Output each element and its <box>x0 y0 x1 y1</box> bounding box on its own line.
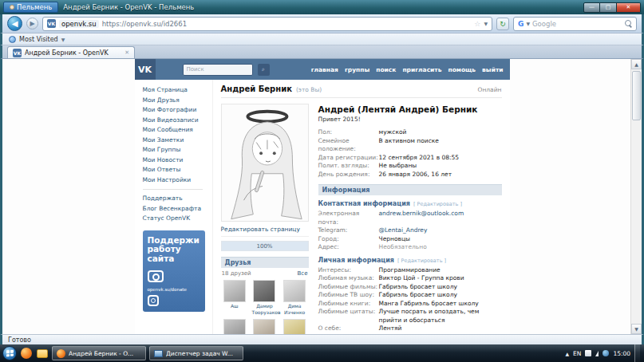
tab-close-icon[interactable]: ✕ <box>124 49 129 56</box>
network-icon[interactable] <box>595 351 599 356</box>
info-section-header: Информация <box>318 184 502 195</box>
start-button[interactable] <box>2 346 17 360</box>
sidebar-item-my-page[interactable]: Моя Страница <box>143 85 209 96</box>
maximize-button[interactable]: ▢ <box>600 2 617 13</box>
profile-avatar[interactable] <box>221 104 309 222</box>
site-header: VK ⌕ главная группы поиск пригласить пом… <box>135 59 510 80</box>
personal-row: Любимые ТВ шоу:Габриэль бросает школу <box>318 291 502 300</box>
friend-item[interactable]: Дима Изченко <box>281 280 309 315</box>
sidebar-item-my-notes[interactable]: Мои Заметки <box>143 136 209 146</box>
reload-button[interactable]: ↻ <box>496 18 509 30</box>
search-icon[interactable] <box>625 20 632 27</box>
sidebar-item-support[interactable]: Поддержать <box>143 194 209 204</box>
nav-logout[interactable]: выйти <box>482 66 503 73</box>
profile-page: Андрей Берник (это Вы) Онлайн <box>212 80 510 334</box>
sidebar-item-status[interactable]: Статус OpenVK <box>143 214 209 224</box>
sidebar-item-my-videos[interactable]: Мои Видеозаписи <box>143 116 209 126</box>
url-dropdown-icon[interactable]: ▼ <box>484 21 488 26</box>
friend-name[interactable]: Дамир Тоорузаков <box>251 303 277 315</box>
bookmark-star-icon[interactable]: ☆ <box>474 20 480 28</box>
friend-item[interactable]: Аш <box>221 280 249 315</box>
back-button[interactable]: ◀ <box>7 16 22 31</box>
bookmarks-dropdown-icon[interactable]: ▼ <box>61 37 65 42</box>
friend-avatar[interactable] <box>253 280 275 302</box>
scrollbar-thumb[interactable] <box>632 71 641 120</box>
system-tray: ▲ EN 15:00 <box>565 344 642 362</box>
nav-groups[interactable]: группы <box>345 66 369 73</box>
sidebar-item-my-photos[interactable]: Мои Фотографии <box>143 105 209 116</box>
sidebar-item-my-news[interactable]: Мои Новости <box>143 155 209 166</box>
email-link[interactable]: andrew.bernik@outlook.com <box>379 210 464 226</box>
windows-flag-icon <box>6 350 14 357</box>
tray-expand-icon[interactable]: ▲ <box>565 351 569 356</box>
personal-edit-link[interactable]: [ Редактировать ] <box>397 258 446 264</box>
nav-invite[interactable]: пригласить <box>402 66 441 73</box>
scroll-down-arrow[interactable]: ▼ <box>631 324 642 334</box>
update-icon[interactable] <box>603 350 609 356</box>
donate-banner[interactable]: Поддержи работу сайта openvk.su/donate <box>143 230 205 312</box>
google-icon: G <box>518 20 523 28</box>
site-search-input[interactable] <box>187 66 249 73</box>
sidebar-item-my-answers[interactable]: Мои Ответы <box>143 165 209 175</box>
sidebar-item-my-friends[interactable]: Мои Друзья <box>143 96 209 106</box>
friend-avatar[interactable] <box>283 280 306 302</box>
nav-home[interactable]: главная <box>311 66 338 73</box>
quicklaunch-firefox[interactable] <box>20 347 33 360</box>
friend-name[interactable]: Дима Изченко <box>282 303 307 315</box>
edit-page-link[interactable]: Редактировать страницу <box>221 222 309 237</box>
bookmarks-item[interactable]: Most Visited <box>19 36 58 43</box>
show-desktop-button[interactable] <box>634 344 640 362</box>
quicklaunch-explorer[interactable] <box>36 347 49 360</box>
friend-avatar[interactable] <box>223 280 246 302</box>
forward-button[interactable]: ▶ <box>26 18 38 30</box>
firefox-icon <box>21 348 32 359</box>
sidebar-item-my-groups[interactable]: Мои Группы <box>143 145 209 155</box>
friends-all-link[interactable]: Все <box>298 270 308 277</box>
sidebar-item-my-messages[interactable]: Мои Сообщения <box>143 125 209 136</box>
browser-search-input[interactable] <box>532 20 622 28</box>
window-badge[interactable]: Пельмень <box>3 2 58 13</box>
contact-edit-link[interactable]: [ Редактировать ] <box>413 201 462 207</box>
vk-logo[interactable]: VK <box>135 59 156 80</box>
friend-avatar[interactable] <box>253 319 275 334</box>
nav-help[interactable]: помощь <box>448 66 476 73</box>
sidebar-item-blog[interactable]: Блог Весенкрафта <box>143 204 209 214</box>
language-indicator[interactable]: EN <box>573 350 581 357</box>
browser-tab[interactable]: VK Андрей Берник - OpenVK ✕ <box>7 46 135 58</box>
url-domain: openvk.su <box>59 20 99 28</box>
vertical-scrollbar[interactable]: ▲ ▼ <box>630 59 642 334</box>
site-search-box[interactable] <box>183 64 253 76</box>
address-bar[interactable]: VK openvk.su https://openvk.su/id2661 ☆ … <box>42 17 492 31</box>
friend-avatar[interactable] <box>283 319 306 334</box>
search-bar[interactable]: G ▼ <box>513 17 637 31</box>
scroll-up-arrow[interactable]: ▲ <box>631 59 642 69</box>
profile-status[interactable]: Привет 2015! <box>318 116 502 128</box>
action-center-icon[interactable] <box>585 350 591 356</box>
minimize-button[interactable]: — <box>583 2 600 13</box>
friend-name[interactable]: Аш <box>231 303 239 309</box>
site-favicon: VK <box>47 19 56 28</box>
taskbar-task-taskmgr[interactable]: Диспетчер задач W... <box>149 346 243 360</box>
friends-header: Друзья <box>221 257 309 268</box>
sidebar-item-my-settings[interactable]: Мои Настройки <box>143 175 209 186</box>
nav-search[interactable]: поиск <box>376 66 396 73</box>
taskbar: Андрей Берник - О... Диспетчер задач W..… <box>0 344 644 362</box>
desktop-screen: Пельмень Андрей Берник - OpenVK - Пельме… <box>0 0 644 362</box>
contact-row: Электронная почта:andrew.bernik@outlook.… <box>318 210 502 226</box>
friend-item[interactable]: Даша Забиванкажа <box>251 319 279 334</box>
close-button[interactable]: ✕ <box>617 2 641 13</box>
friend-item[interactable]: Дамир Тоорузаков <box>251 280 279 315</box>
search-engine-dropdown-icon[interactable]: ▼ <box>526 21 530 26</box>
personal-info-header: Личная информация [ Редактировать ] <box>318 257 502 264</box>
window-title: Андрей Берник - OpenVK - Пельмень <box>63 3 579 11</box>
friend-item[interactable]: Vladimir Boyko <box>221 319 249 334</box>
friend-avatar[interactable] <box>223 319 246 334</box>
clock[interactable]: 15:00 <box>613 350 630 357</box>
scrollbar-track[interactable] <box>631 69 642 324</box>
avatar-artwork <box>222 104 308 221</box>
friend-item[interactable]: Даниил <box>281 319 309 334</box>
taskbar-task-firefox[interactable]: Андрей Берник - О... <box>52 346 146 360</box>
personal-row: Любимые фильмы:Габриэль бросает школу <box>318 283 502 292</box>
site-search-button[interactable]: ⌕ <box>258 64 270 76</box>
telegram-link[interactable]: @Lentai_Andrey <box>379 226 428 235</box>
